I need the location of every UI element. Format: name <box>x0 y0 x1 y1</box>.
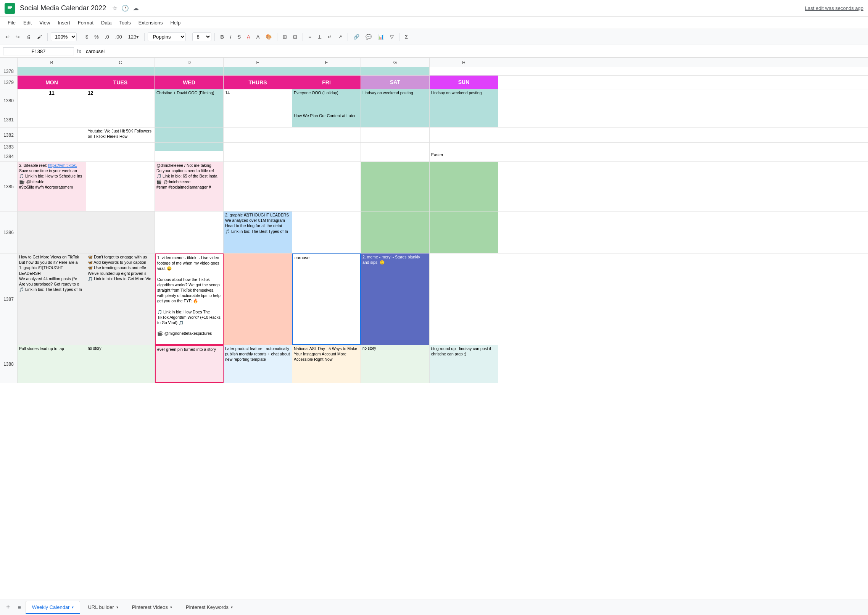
cell-e1378[interactable] <box>224 67 292 75</box>
text-wrap-button[interactable]: ↵ <box>325 32 334 41</box>
menu-view[interactable]: View <box>36 18 53 27</box>
font-size-select[interactable]: 8 <box>192 32 211 41</box>
cell-e1387[interactable] <box>224 253 292 345</box>
cell-g1388[interactable]: no story <box>361 345 430 383</box>
rotate-button[interactable]: ↗ <box>336 32 345 41</box>
cell-e1382[interactable] <box>224 128 292 142</box>
comment-button[interactable]: 💬 <box>363 32 374 41</box>
cell-b1380[interactable]: 11 <box>18 89 86 112</box>
menu-edit[interactable]: Edit <box>20 18 35 27</box>
col-header-d[interactable]: D <box>155 58 224 67</box>
cell-e1381[interactable] <box>224 112 292 127</box>
decimal-more-button[interactable]: .00 <box>113 32 124 41</box>
cell-b1384[interactable] <box>18 151 86 161</box>
menu-tools[interactable]: Tools <box>116 18 134 27</box>
col-header-e[interactable]: E <box>224 58 292 67</box>
cell-h1387[interactable] <box>430 253 498 345</box>
font-select[interactable]: Poppins <box>148 32 186 41</box>
cell-b1383[interactable] <box>18 143 86 151</box>
cell-h1382[interactable] <box>430 128 498 142</box>
print-button[interactable]: 🖨 <box>24 32 33 41</box>
bold-button[interactable]: B <box>218 32 226 41</box>
tab-pinterest-videos[interactable]: Pinterest Videos ▾ <box>126 601 178 613</box>
cell-g1386[interactable] <box>361 211 430 253</box>
text-color-button[interactable]: A <box>254 32 262 41</box>
col-header-b[interactable]: B <box>18 58 86 67</box>
cell-h1384[interactable]: Easter <box>430 151 498 161</box>
cell-d1385[interactable]: @dmicheleeee / Not me taking Do your cap… <box>155 162 224 211</box>
col-header-g[interactable]: G <box>361 58 430 67</box>
history-icon[interactable]: 🕐 <box>121 5 129 12</box>
cell-c1388[interactable]: no story <box>86 345 155 383</box>
align-h-button[interactable]: ≡ <box>306 32 314 41</box>
cell-h1386[interactable] <box>430 211 498 253</box>
cell-f1380[interactable]: Everyone OOO (Holiday) <box>292 89 361 112</box>
cell-f1385[interactable] <box>292 162 361 211</box>
cell-f1381[interactable]: How We Plan Our Content at Later <box>292 112 361 127</box>
cell-g1383[interactable] <box>361 143 430 151</box>
cell-b1378[interactable] <box>18 67 86 75</box>
format-num-button[interactable]: 123▾ <box>126 32 142 41</box>
cell-reference[interactable] <box>3 47 74 55</box>
cell-e1383[interactable] <box>224 143 292 151</box>
chart-button[interactable]: 📊 <box>375 32 386 41</box>
tab-weekly-calendar-arrow[interactable]: ▾ <box>72 605 74 609</box>
cell-c1381[interactable] <box>86 112 155 127</box>
cell-b1379[interactable]: MON <box>18 76 86 89</box>
cell-b1381[interactable] <box>18 112 86 127</box>
cell-g1379[interactable]: SAT <box>361 76 430 89</box>
cell-d1383[interactable] <box>155 143 224 151</box>
zoom-select[interactable]: 100% <box>51 32 77 41</box>
cell-e1384[interactable] <box>224 151 292 161</box>
cell-h1380[interactable]: Lindsay on weekend posting <box>430 89 498 112</box>
cell-c1379[interactable]: TUES <box>86 76 155 89</box>
sheet-menu-button[interactable]: ≡ <box>15 603 24 612</box>
cell-h1383[interactable] <box>430 143 498 151</box>
cell-d1387[interactable]: 1. video meme - tiktok - Live video foot… <box>155 253 224 345</box>
cell-g1387[interactable]: 2. meme - meryl - Stares blankly and sip… <box>361 253 430 345</box>
undo-button[interactable]: ↩ <box>3 32 12 41</box>
menu-format[interactable]: Format <box>75 18 97 27</box>
strikethrough-button[interactable]: S <box>235 32 243 41</box>
cell-b1388[interactable]: Poll stories lead up to tap <box>18 345 86 383</box>
cell-f1383[interactable] <box>292 143 361 151</box>
percent-button[interactable]: % <box>92 32 101 41</box>
cell-b1382[interactable] <box>18 128 86 142</box>
cell-d1386[interactable] <box>155 211 224 253</box>
cell-d1382[interactable] <box>155 128 224 142</box>
tab-url-builder-arrow[interactable]: ▾ <box>116 605 118 609</box>
cell-g1380[interactable]: Lindsay on weekend posting <box>361 89 430 112</box>
last-edit[interactable]: Last edit was seconds ago <box>805 5 863 11</box>
menu-extensions[interactable]: Extensions <box>135 18 166 27</box>
cell-h1379[interactable]: SUN <box>430 76 498 89</box>
tab-pinterest-keywords-arrow[interactable]: ▾ <box>231 605 233 609</box>
cell-d1380[interactable]: Christine + David OOO (Filming) <box>155 89 224 112</box>
cell-g1384[interactable] <box>361 151 430 161</box>
link-button[interactable]: 🔗 <box>351 32 362 41</box>
cell-c1386[interactable] <box>86 211 155 253</box>
cell-e1386[interactable]: 2. graphic #2[THOUGHT LEADERS We analyze… <box>224 211 292 253</box>
cell-d1378[interactable] <box>155 67 224 75</box>
cell-h1378[interactable] <box>430 67 498 75</box>
cell-f1378[interactable] <box>292 67 361 75</box>
cell-f1387[interactable]: carousel <box>292 253 361 345</box>
highlight-color-button[interactable]: 🎨 <box>263 32 274 41</box>
col-header-f[interactable]: F <box>292 58 361 67</box>
cell-e1388[interactable]: Later product feature - automatically pu… <box>224 345 292 383</box>
cell-e1380[interactable]: 14 <box>224 89 292 112</box>
align-v-button[interactable]: ⊥ <box>315 32 324 41</box>
currency-button[interactable]: $ <box>83 32 90 41</box>
redo-button[interactable]: ↪ <box>13 32 22 41</box>
menu-help[interactable]: Help <box>167 18 184 27</box>
cell-h1388[interactable]: blog round up - lindsay can post if chri… <box>430 345 498 383</box>
tab-weekly-calendar[interactable]: Weekly Calendar ▾ <box>26 601 81 614</box>
cell-b1385[interactable]: 2. Biteable reel: https://vm.tiktok. Sav… <box>18 162 86 211</box>
col-header-h[interactable]: H <box>430 58 498 67</box>
cell-f1384[interactable] <box>292 151 361 161</box>
tab-pinterest-videos-arrow[interactable]: ▾ <box>170 605 172 609</box>
function-button[interactable]: Σ <box>403 32 410 41</box>
cell-d1388[interactable]: ever green pin turned into a story <box>155 345 224 383</box>
borders-button[interactable]: ⊞ <box>280 32 289 41</box>
cell-c1383[interactable] <box>86 143 155 151</box>
menu-file[interactable]: File <box>5 18 19 27</box>
